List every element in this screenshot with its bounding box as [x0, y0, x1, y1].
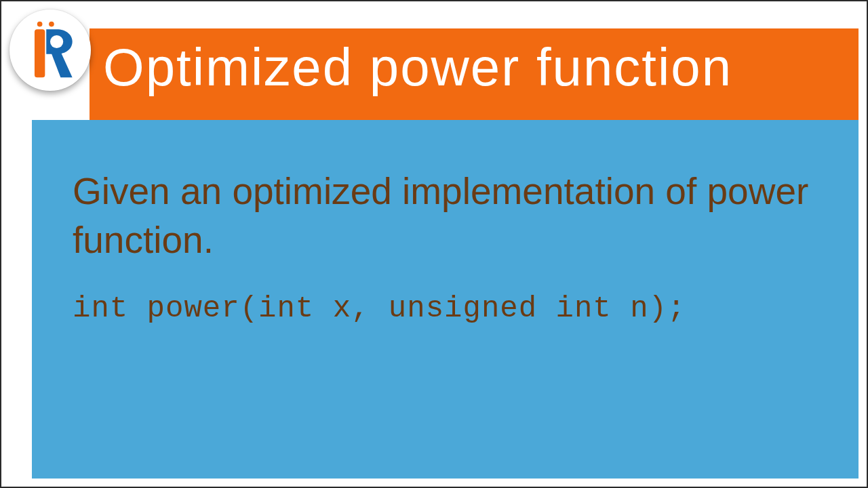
brand-logo: [9, 9, 91, 91]
svg-point-0: [37, 22, 43, 27]
logo-icon: [18, 18, 83, 83]
svg-point-3: [50, 35, 63, 48]
svg-point-1: [49, 22, 54, 27]
slide-description: Given an optimized implementation of pow…: [73, 167, 818, 264]
slide-title: Optimized power function: [103, 37, 732, 98]
content-panel: Given an optimized implementation of pow…: [32, 120, 859, 479]
title-bar: Optimized power function: [90, 28, 859, 120]
svg-rect-2: [35, 29, 45, 77]
code-signature: int power(int x, unsigned int n);: [73, 291, 818, 325]
slide-frame: Optimized power function Given an optimi…: [0, 0, 868, 488]
